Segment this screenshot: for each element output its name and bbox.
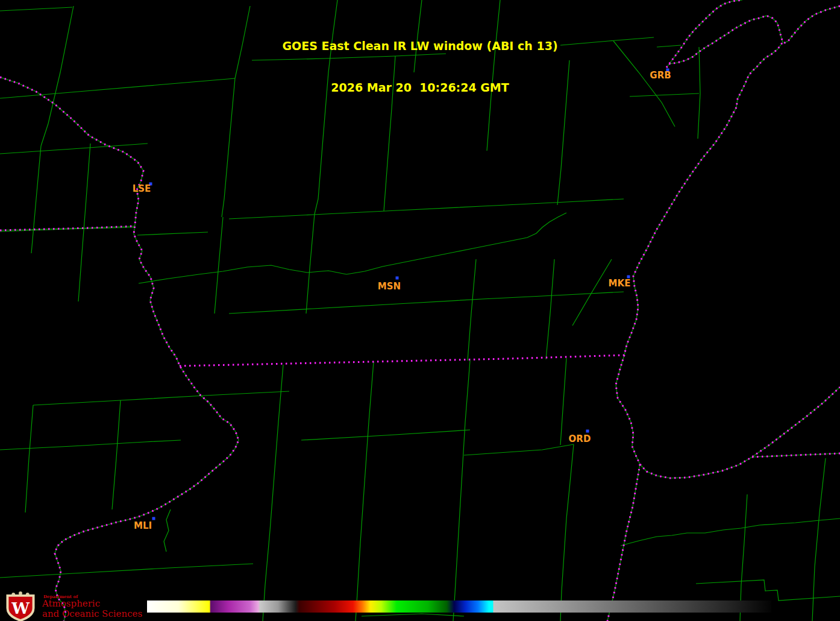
county-boundary-line — [31, 146, 41, 253]
state-border-dotted-line — [0, 77, 239, 621]
county-boundary-line — [112, 400, 121, 509]
county-boundary-line — [263, 365, 283, 621]
county-boundary-line — [215, 217, 223, 314]
county-boundary-line — [546, 259, 554, 359]
city-label-MSN: MSN — [378, 281, 401, 292]
county-boundary-line — [453, 361, 470, 621]
county-boundary-line — [229, 292, 624, 314]
county-boundary-line — [0, 7, 72, 11]
city-dot-MSN — [396, 277, 399, 280]
colorbar — [147, 601, 771, 613]
state-border-dotted-line — [616, 107, 736, 464]
county-boundary-line — [0, 564, 253, 578]
county-boundary-line — [560, 444, 574, 621]
state-border-dotted-line — [180, 355, 624, 366]
county-boundary-line — [306, 214, 315, 314]
city-label-MLI: MLI — [134, 520, 152, 531]
county-boundary-line — [0, 143, 148, 154]
county-boundary-line — [137, 232, 208, 235]
shoreline-line — [0, 77, 239, 621]
county-boundary-line — [812, 458, 826, 621]
county-boundary-line — [696, 580, 840, 601]
uw-crest-icon: W — [5, 591, 36, 621]
city-dot-ORD — [586, 430, 589, 433]
product-timestamp: 2026 Mar 20 10:26:24 GMT — [0, 81, 840, 95]
county-boundary-line — [356, 362, 374, 621]
product-title-line1: GOES East Clean IR LW window (ABI ch 13) — [0, 39, 840, 53]
county-boundary-line — [78, 143, 90, 301]
county-boundary-line — [464, 444, 574, 455]
county-boundary-line — [468, 259, 476, 361]
uw-aos-logo: W Department of Atmospheric and Oceanic … — [5, 591, 186, 621]
crest-letter: W — [11, 599, 30, 617]
county-boundary-line — [33, 391, 289, 405]
satellite-image-viewer: { "title": { "line1": "GOES East Clean I… — [0, 0, 840, 621]
county-boundary-line — [25, 405, 33, 512]
county-boundary-line — [164, 509, 171, 552]
county-boundary-line — [0, 440, 181, 450]
logo-name-line1: Atmospheric — [42, 598, 100, 609]
county-boundary-line — [560, 358, 566, 445]
county-boundary-line — [229, 199, 624, 219]
county-boundary-line — [621, 519, 840, 546]
city-label-ORD: ORD — [569, 433, 591, 444]
county-boundary-line — [362, 614, 464, 616]
city-label-MKE: MKE — [609, 278, 631, 289]
city-label-LSE: LSE — [133, 183, 151, 194]
product-title: GOES East Clean IR LW window (ABI ch 13)… — [0, 11, 840, 109]
logo-name-line2: and Oceanic Sciences — [42, 608, 142, 619]
shoreline-line — [640, 387, 840, 478]
state-border-dotted-line — [607, 464, 640, 621]
city-dot-MLI — [152, 517, 155, 520]
county-boundary-line — [301, 430, 470, 440]
county-boundary-line — [139, 213, 566, 283]
